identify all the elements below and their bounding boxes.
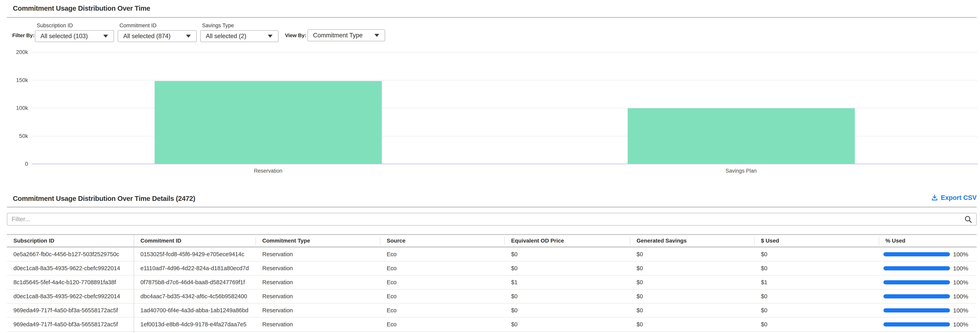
cell-generated-savings: $0 [630, 251, 754, 258]
cell-percent-used: 100% [879, 279, 977, 286]
column-header-commitment-id[interactable]: Commitment ID [134, 235, 256, 247]
cell-dollars-used: $1 [754, 279, 879, 285]
view-by-selected-value: Commitment Type [313, 32, 363, 39]
cell-subscription-id: d0ec1ca8-8a35-4935-9622-cbefc9922014 [7, 293, 134, 300]
x-axis-category-label: Reservation [254, 168, 282, 174]
cell-percent-used: 100% [879, 293, 977, 300]
percent-used-bar-fill [883, 308, 950, 312]
savings-type-filter-select[interactable]: All selected (2) [200, 30, 278, 42]
commitment-usage-bar-chart: 050k100k150k200kReservationSavings Plan [0, 48, 980, 176]
commitment-id-filter-select[interactable]: All selected (874) [118, 30, 197, 42]
cell-percent-used: 100% [879, 251, 977, 258]
column-header-label: Commitment ID [140, 237, 181, 244]
column-header-label: Generated Savings [636, 237, 687, 244]
cell-equivalent-od-price: $0 [504, 251, 630, 258]
percent-used-value: 100% [953, 251, 968, 258]
cell-percent-used: 100% [879, 321, 977, 328]
column-header-subscription-id[interactable]: Subscription ID [7, 235, 134, 247]
percent-used-value: 100% [953, 293, 968, 300]
cell-percent-used: 100% [879, 307, 977, 314]
gridline [32, 52, 978, 53]
header-separator [630, 237, 630, 245]
column-header-commitment-type[interactable]: Commitment Type [256, 235, 380, 247]
cell-equivalent-od-price: $0 [504, 265, 630, 272]
column-header-generated-savings[interactable]: Generated Savings [630, 235, 754, 247]
chevron-down-icon [374, 34, 379, 37]
cell-subscription-id: 969eda49-717f-4a50-bf3a-56558172ac5f [7, 321, 134, 328]
cell-generated-savings: $0 [630, 321, 754, 328]
filter-group-savings-type: Savings TypeAll selected (2) [200, 22, 278, 42]
cell-source: Eco [380, 279, 504, 285]
percent-used-value: 100% [953, 279, 968, 286]
cell-generated-savings: $0 [630, 265, 754, 272]
chart-section-title: Commitment Usage Distribution Over Time [13, 4, 150, 12]
bar-reservation[interactable] [154, 81, 382, 164]
x-axis-category-label: Savings Plan [725, 168, 757, 174]
column-header-label: Equivalent OD Price [511, 237, 564, 244]
cell-commitment-type: Reservation [256, 293, 380, 300]
header-separator [879, 237, 879, 245]
cell-source: Eco [380, 321, 504, 328]
details-table: Subscription IDCommitment IDCommitment T… [7, 234, 977, 333]
chevron-down-icon [186, 35, 191, 38]
commitment-id-filter-value: All selected (874) [123, 33, 171, 40]
cell-commitment-type: Reservation [256, 321, 380, 328]
table-filter [7, 213, 977, 226]
percent-used-bar-fill [883, 294, 950, 298]
gridline [32, 80, 978, 80]
column-separator [134, 235, 134, 333]
column-header-used[interactable]: % Used [879, 235, 977, 247]
y-axis-tick-label: 50k [0, 133, 28, 139]
column-header-source[interactable]: Source [380, 235, 504, 247]
header-separator [754, 237, 755, 245]
column-header-label: Source [387, 237, 406, 244]
cell-percent-used: 100% [879, 265, 977, 272]
cell-source: Eco [380, 251, 504, 258]
table-filter-input[interactable] [7, 213, 977, 226]
cell-equivalent-od-price: $0 [504, 293, 630, 300]
cell-commitment-id: e1110ad7-4d96-4d22-824a-d181a80ecd7d [134, 265, 256, 272]
cell-source: Eco [380, 293, 504, 300]
column-header-label: Subscription ID [13, 237, 54, 244]
commitment-usage-dashboard: Commitment Usage Distribution Over Time … [0, 0, 980, 333]
bar-savings-plan[interactable] [628, 108, 855, 164]
table-row: 969eda49-717f-4a50-bf3a-56558172ac5f1ef0… [7, 318, 977, 331]
chevron-down-icon [103, 35, 108, 38]
table-row: 8c1d5645-5fef-4a4c-b120-7708891fa38f0f78… [7, 276, 977, 290]
cell-subscription-id: 969eda49-717f-4a50-bf3a-56558172ac5f [7, 307, 134, 314]
cell-subscription-id: 0e5a2667-fb0c-4456-b127-503f2529750c [7, 251, 134, 258]
cell-commitment-type: Reservation [256, 307, 380, 314]
table-row: 0e5a2667-fb0c-4456-b127-503f2529750c0153… [7, 247, 977, 261]
cell-commitment-id: dbc4aac7-bd35-4342-af6c-4c56b9582400 [134, 293, 256, 300]
filter-by-label: Filter By: [12, 32, 35, 38]
export-csv-label: Export CSV [941, 194, 977, 201]
export-csv-button[interactable]: Export CSV [931, 194, 977, 201]
cell-generated-savings: $0 [630, 307, 754, 314]
header-separator [504, 237, 505, 245]
cell-commitment-id: 1ad40700-6f4e-4a3d-abba-1ab1249a86bd [134, 307, 256, 314]
column-header-label: % Used [885, 237, 905, 244]
percent-used-bar-fill [883, 280, 950, 284]
header-separator [256, 237, 256, 245]
section-divider [7, 17, 977, 18]
subscription-id-filter-label: Subscription ID [35, 22, 114, 29]
view-by-select[interactable]: Commitment Type [307, 29, 385, 41]
view-by-label: View By: [285, 32, 306, 38]
filter-group-commitment-id: Commitment IDAll selected (874) [118, 22, 197, 42]
savings-type-filter-label: Savings Type [200, 22, 278, 29]
cell-subscription-id: 8c1d5645-5fef-4a4c-b120-7708891fa38f [7, 279, 134, 285]
percent-used-value: 100% [953, 265, 968, 272]
percent-used-bar-fill [883, 252, 950, 257]
cell-source: Eco [380, 265, 504, 272]
section-divider [7, 207, 977, 207]
table-header-row: Subscription IDCommitment IDCommitment T… [7, 235, 977, 247]
percent-used-bar [883, 252, 950, 257]
cell-generated-savings: $0 [630, 293, 754, 300]
percent-used-value: 100% [953, 321, 968, 328]
cell-dollars-used: $0 [754, 321, 879, 328]
cell-commitment-type: Reservation [256, 251, 380, 258]
column-header-used[interactable]: $ Used [754, 235, 879, 247]
column-header-equivalent-od-price[interactable]: Equivalent OD Price [504, 235, 630, 247]
cell-commitment-type: Reservation [256, 279, 380, 285]
subscription-id-filter-select[interactable]: All selected (103) [35, 30, 114, 42]
